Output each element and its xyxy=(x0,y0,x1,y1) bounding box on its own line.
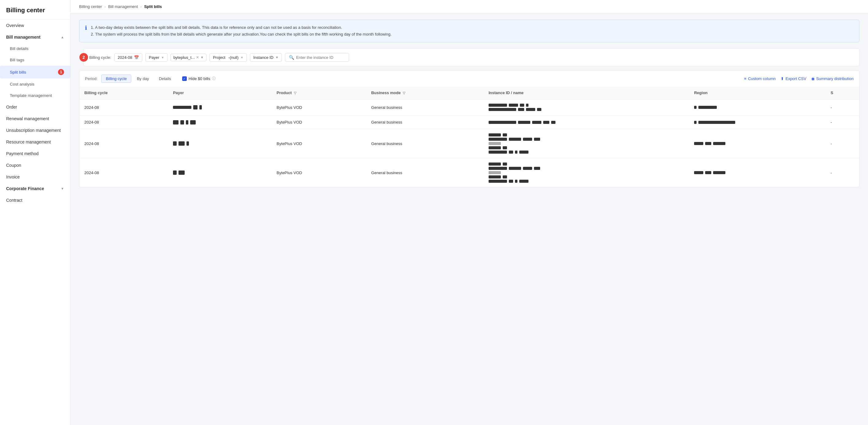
renewal-management-label: Renewal management xyxy=(6,116,49,121)
col-region: Region xyxy=(689,87,826,99)
custom-column-label: Custom column xyxy=(748,76,776,81)
sidebar-item-overview[interactable]: Overview xyxy=(0,20,70,31)
chevron-down-icon: ▼ xyxy=(61,187,64,190)
payer-tag-chevron-icon: ▼ xyxy=(200,56,204,59)
notice-text: 1. A two-day delay exists between the sp… xyxy=(91,24,392,38)
billing-cycle-select[interactable]: 2024-08 📅 xyxy=(115,53,143,62)
export-csv-link[interactable]: ⬆ Export CSV xyxy=(781,76,806,81)
cell-payer-2 xyxy=(168,116,272,129)
col-s: S xyxy=(826,87,859,99)
cell-instance-id-3 xyxy=(484,129,689,158)
sidebar-item-invoice[interactable]: Invoice xyxy=(0,171,70,183)
sidebar: Billing center Overview Bill management … xyxy=(0,0,70,425)
table-row: 2024-08 BytePlus VOD General business xyxy=(80,116,859,129)
sidebar-item-renewal-management[interactable]: Renewal management xyxy=(0,113,70,125)
sidebar-item-bill-tags[interactable]: Bill tags xyxy=(0,54,70,66)
payer-label: Payer xyxy=(149,55,159,60)
payer-tag-close-icon[interactable]: ✕ xyxy=(196,55,199,60)
sidebar-item-resource-management[interactable]: Resource management xyxy=(0,136,70,148)
cell-region-4 xyxy=(689,158,826,187)
cell-billing-cycle-2: 2024-08 xyxy=(80,116,168,129)
sidebar-item-cost-analysis[interactable]: Cost analysis xyxy=(0,78,70,90)
calendar-icon: 📅 xyxy=(134,55,139,60)
hide-zero-info-icon[interactable]: ⓘ xyxy=(212,76,216,81)
cell-billing-cycle-1: 2024-08 xyxy=(80,99,168,116)
period-btn-billing-cycle[interactable]: Billing cycle xyxy=(101,74,131,83)
cell-s-4: - xyxy=(826,158,859,187)
breadcrumb-sep-1: › xyxy=(104,4,105,9)
cell-product-1: BytePlus VOD xyxy=(272,99,366,116)
cell-payer-3 xyxy=(168,129,272,158)
corporate-finance-label: Corporate Finance xyxy=(6,186,44,191)
cell-instance-id-2 xyxy=(484,116,689,129)
product-filter-icon[interactable]: ▽ xyxy=(294,91,296,95)
sidebar-item-template-management[interactable]: Template management xyxy=(0,90,70,101)
custom-column-link[interactable]: ≡ Custom column xyxy=(744,76,776,81)
sidebar-item-order[interactable]: Order xyxy=(0,101,70,113)
sidebar-item-contract[interactable]: Contract xyxy=(0,194,70,206)
project-label: Project xyxy=(213,55,225,60)
info-icon: ℹ xyxy=(85,25,87,38)
breadcrumb-billing-center[interactable]: Billing center xyxy=(79,4,102,9)
eye-icon: ◉ xyxy=(811,76,815,81)
order-label: Order xyxy=(6,104,17,109)
sidebar-item-split-bills[interactable]: Split bills 1 xyxy=(0,66,70,78)
template-management-label: Template management xyxy=(10,93,52,98)
period-btn-by-day[interactable]: By day xyxy=(132,75,153,83)
project-chevron-icon: ▼ xyxy=(241,56,244,59)
project-value: -(null) xyxy=(228,55,239,60)
cell-business-mode-2: General business xyxy=(366,116,484,129)
payment-method-label: Payment method xyxy=(6,151,39,156)
col-business-mode-label: Business mode xyxy=(371,91,401,95)
split-bills-label: Split bills xyxy=(10,70,26,74)
period-btn-details[interactable]: Details xyxy=(155,75,176,83)
summary-distribution-label: Summary distribution xyxy=(816,76,854,81)
hide-zero-label: Hide $0 bills xyxy=(189,76,210,81)
payer-tag-value: byteplus_t... xyxy=(173,55,195,60)
hide-zero-toggle[interactable]: ✓ Hide $0 bills ⓘ xyxy=(182,76,216,81)
cell-business-mode-1: General business xyxy=(366,99,484,116)
table-header-row: Billing cycle Payer Product ▽ Business m… xyxy=(80,87,859,99)
instance-id-select[interactable]: Instance ID ▼ xyxy=(250,53,282,62)
chevron-up-icon: ▲ xyxy=(61,35,64,39)
resource-management-label: Resource management xyxy=(6,139,51,144)
cell-payer-4 xyxy=(168,158,272,187)
breadcrumb-bill-management[interactable]: Bill management xyxy=(108,4,138,9)
breadcrumb: Billing center › Bill management › Split… xyxy=(70,0,868,13)
summary-distribution-link[interactable]: ◉ Summary distribution xyxy=(811,76,854,81)
payer-select[interactable]: Payer ▼ xyxy=(145,53,167,62)
sidebar-item-coupon[interactable]: Coupon xyxy=(0,159,70,171)
cell-product-4: BytePlus VOD xyxy=(272,158,366,187)
sidebar-item-bill-details[interactable]: Bill details xyxy=(0,43,70,54)
coupon-label: Coupon xyxy=(6,163,21,168)
sidebar-item-payment-method[interactable]: Payment method xyxy=(0,148,70,159)
cell-business-mode-4: General business xyxy=(366,158,484,187)
table-row: 2024-08 BytePlus VOD General business xyxy=(80,158,859,187)
sidebar-item-corporate-finance[interactable]: Corporate Finance ▼ xyxy=(0,183,70,194)
export-csv-label: Export CSV xyxy=(785,76,806,81)
instance-search-box[interactable]: 🔍 xyxy=(285,53,349,62)
business-mode-filter-icon[interactable]: ▽ xyxy=(403,91,405,95)
cell-s-1: - xyxy=(826,99,859,116)
cell-region-2 xyxy=(689,116,826,129)
payer-tag[interactable]: byteplus_t... ✕ ▼ xyxy=(170,54,207,61)
page-content: ℹ 1. A two-day delay exists between the … xyxy=(70,13,868,425)
cell-s-3: - xyxy=(826,129,859,158)
table-wrap: Billing cycle Payer Product ▽ Business m… xyxy=(79,87,860,187)
period-label: Period: xyxy=(85,76,97,81)
notice-box: ℹ 1. A two-day delay exists between the … xyxy=(79,20,860,42)
sidebar-item-bill-management[interactable]: Bill management ▲ xyxy=(0,31,70,43)
sidebar-title: Billing center xyxy=(0,0,70,20)
sidebar-item-unsubscription-management[interactable]: Unsubscription management xyxy=(0,125,70,136)
project-select[interactable]: Project -(null) ▼ xyxy=(210,53,247,62)
unsubscription-management-label: Unsubscription management xyxy=(6,128,61,133)
bill-details-label: Bill details xyxy=(10,46,29,51)
bills-table: Billing cycle Payer Product ▽ Business m… xyxy=(80,87,859,187)
cost-analysis-label: Cost analysis xyxy=(10,82,34,87)
cell-billing-cycle-3: 2024-08 xyxy=(80,129,168,158)
hide-zero-checkbox[interactable]: ✓ xyxy=(182,76,187,81)
col-instance-id: Instance ID / name xyxy=(484,87,689,99)
notice-line-1: 1. A two-day delay exists between the sp… xyxy=(91,24,392,31)
instance-search-input[interactable] xyxy=(296,55,345,60)
table-row: 2024-08 BytePlus VOD General business xyxy=(80,129,859,158)
